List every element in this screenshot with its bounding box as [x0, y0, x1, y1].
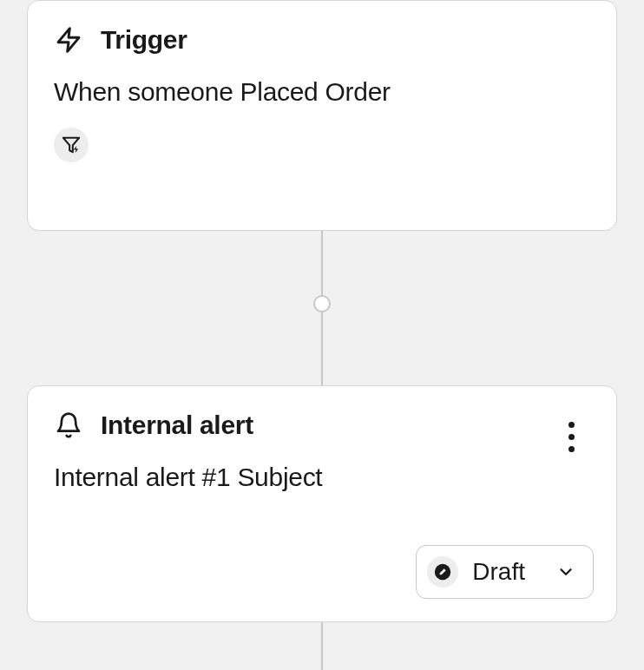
alert-status-label: Draft — [472, 558, 525, 586]
svg-marker-2 — [74, 146, 79, 153]
alert-subject: Internal alert #1 Subject — [54, 463, 590, 492]
filter-lightning-icon — [62, 135, 81, 154]
alert-menu-button[interactable] — [561, 419, 582, 454]
trigger-title: Trigger — [101, 25, 187, 55]
alert-header: Internal alert — [54, 411, 590, 440]
lightning-icon — [54, 25, 83, 55]
pencil-icon-circle — [427, 556, 458, 588]
alert-title: Internal alert — [101, 411, 253, 440]
connector-node[interactable] — [313, 295, 331, 312]
chevron-down-icon — [556, 562, 575, 581]
trigger-description: When someone Placed Order — [54, 77, 590, 107]
workflow-canvas[interactable]: Trigger When someone Placed Order Intern… — [0, 0, 644, 670]
connector-line — [321, 621, 323, 670]
pencil-icon — [434, 563, 451, 581]
alert-card[interactable]: Internal alert Internal alert #1 Subject… — [27, 385, 617, 622]
trigger-filter-chip[interactable] — [54, 128, 89, 162]
svg-marker-0 — [58, 29, 79, 52]
bell-icon — [54, 411, 83, 440]
trigger-card[interactable]: Trigger When someone Placed Order — [27, 0, 617, 231]
alert-status-dropdown[interactable]: Draft — [416, 545, 594, 599]
trigger-header: Trigger — [54, 25, 590, 55]
